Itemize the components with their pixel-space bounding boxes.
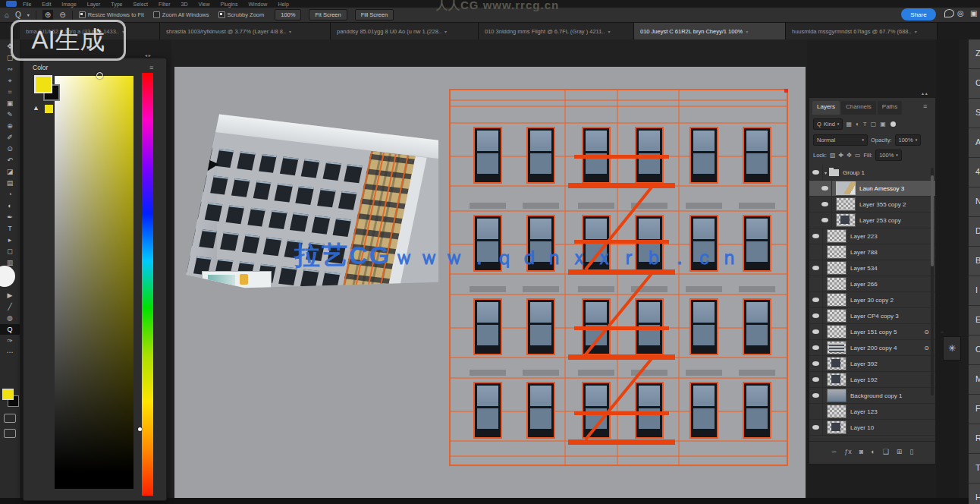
line-tool[interactable]: ╱ [0, 301, 20, 312]
collapsed-panel-cell-2[interactable]: S [969, 99, 980, 128]
layer-visibility-toggle[interactable] [818, 213, 832, 228]
filter-adjustment-icon[interactable]: ◐ [856, 121, 859, 128]
search-icon[interactable]: ◎ [957, 9, 964, 17]
layer-row[interactable]: Layer CP4 copy 3 [809, 308, 935, 324]
layer-row[interactable]: Layer 788 [809, 244, 935, 260]
layer-row[interactable]: Layer 534 [809, 260, 935, 276]
zoom-tool-preset-icon[interactable]: Q [15, 11, 21, 19]
layer-visibility-toggle[interactable] [809, 244, 823, 260]
menu-item-select[interactable]: Select [133, 2, 148, 7]
collapsed-panel-cell-13[interactable]: R [969, 424, 980, 454]
layer-row[interactable]: Layer 392 [809, 356, 935, 372]
layer-row[interactable]: Background copy 1 [809, 388, 935, 404]
collapsed-panel-icon[interactable]: ✳ [943, 336, 961, 361]
lock-pixels-icon[interactable]: ✚ [839, 152, 844, 159]
hue-slider-handle[interactable] [138, 427, 142, 431]
lock-transparency-icon[interactable]: ▨ [830, 152, 836, 159]
zoom-out-mode-icon[interactable]: ⊖ [59, 11, 65, 19]
menu-item-view[interactable]: View [199, 2, 210, 7]
document-tab-5[interactable]: huusmlda mssgyrmndst 67lags @ 67.7% (688… [786, 23, 938, 39]
frame-tool[interactable]: ▣ [0, 98, 20, 109]
layers-panel-tab-layers[interactable]: Layers [812, 101, 840, 115]
rectangle-tool[interactable]: ◻ [0, 246, 20, 257]
layer-visibility-toggle[interactable] [809, 165, 823, 180]
menu-item-edit[interactable]: Edit [42, 2, 51, 7]
menu-item-filter[interactable]: Filter [159, 2, 171, 7]
document-tab-2[interactable]: panddsy 85.01ygg 8 U0 Ao (u nw 1.(228..▾ [331, 23, 479, 39]
layer-row[interactable]: Layer 10 [809, 420, 935, 436]
layer-visibility-toggle[interactable] [818, 197, 832, 212]
workspace-icon[interactable]: ▣ [970, 9, 977, 17]
gamut-warning-icon[interactable]: ▲ [33, 104, 39, 112]
layer-visibility-toggle[interactable] [809, 372, 823, 387]
document-tab-4[interactable]: 010 Jueyst C 61R2L bryn Cheyy/1 100%▾ [634, 23, 786, 39]
clone-stamp-tool[interactable]: ⊙ [0, 143, 20, 154]
screen-mode-button[interactable] [4, 429, 16, 438]
collapsed-panel-cell-1[interactable]: C [969, 69, 980, 99]
menu-item-layer[interactable]: Layer [87, 2, 101, 7]
layer-row[interactable]: ▾Group 1 [809, 165, 935, 181]
layer-row[interactable]: Layer 223 [809, 228, 935, 244]
document-tab-1[interactable]: shrastla 1003/ryfklnvust @ 3.77% (Layer … [160, 23, 331, 39]
healing-brush-tool[interactable]: ⊕ [0, 121, 20, 131]
menu-item-file[interactable]: File [23, 2, 31, 7]
layers-panel-tab-channels[interactable]: Channels [841, 101, 876, 115]
options-button-1[interactable]: Fit Screen [309, 9, 347, 20]
zoom-in-mode-icon[interactable]: ⊕ [42, 10, 53, 20]
layers-panel-tab-paths[interactable]: Paths [878, 101, 902, 115]
path-selection-tool[interactable]: ▸ [0, 235, 20, 245]
panel-menu-icon[interactable]: ≡ [149, 64, 153, 71]
layer-visibility-toggle[interactable] [809, 420, 823, 435]
menu-item-window[interactable]: Window [249, 2, 268, 7]
filter-smartobject-icon[interactable]: ▣ [880, 121, 886, 128]
link-layers-icon[interactable]: ∽ [831, 448, 837, 455]
layer-row[interactable]: Layer 266 [809, 276, 935, 292]
layer-visibility-toggle[interactable] [809, 356, 823, 371]
collapsed-panel-cell-5[interactable]: N [969, 187, 980, 217]
layers-scrollbar[interactable] [931, 168, 934, 395]
panel-menu-icon[interactable]: ≡ [923, 102, 927, 110]
collapsed-panel-cell-15[interactable]: H [969, 484, 980, 504]
layer-visibility-toggle[interactable] [809, 388, 823, 403]
menu-item-3d[interactable]: 3D [181, 2, 188, 7]
zoom-tool[interactable]: Q [0, 324, 20, 335]
layer-visibility-toggle[interactable] [809, 276, 823, 291]
layer-visibility-toggle[interactable] [818, 181, 832, 196]
collapsed-panel-cell-7[interactable]: B [969, 247, 980, 276]
layer-row[interactable]: Layer 192 [809, 372, 935, 388]
edit-toolbar-button[interactable]: ⋯ [0, 347, 20, 358]
layer-mask-icon[interactable]: ◙ [859, 448, 863, 455]
filter-pixel-icon[interactable]: ▦ [846, 121, 852, 128]
smudge-tool[interactable]: ◍ [0, 313, 20, 323]
eyedropper-tool[interactable]: ✎ [0, 109, 20, 120]
color-picker-ring[interactable] [96, 72, 103, 79]
option-checkbox-2[interactable]: Scrubby Zoom [218, 11, 265, 18]
layer-visibility-toggle[interactable] [809, 340, 823, 355]
hue-slider[interactable] [142, 73, 153, 496]
collapsed-panel-cell-11[interactable]: M [969, 365, 980, 395]
option-checkbox-1[interactable]: Zoom All Windows [153, 11, 209, 18]
panel-collapse-icon[interactable]: ▴ ▴ [922, 90, 928, 96]
object-selection-tool[interactable]: ⌖ [0, 75, 20, 86]
opacity-dropdown[interactable]: 100%▾ [895, 134, 922, 146]
gamut-warning-swatch[interactable] [45, 105, 53, 113]
collapsed-panel-cell-4[interactable]: 4 [969, 158, 980, 187]
fill-dropdown[interactable]: 100%▾ [875, 150, 902, 161]
foreground-color-swatch[interactable] [34, 75, 52, 93]
menu-item-plugins[interactable]: Plugins [221, 2, 238, 7]
comment-icon[interactable] [944, 9, 954, 17]
collapsed-panel-cell-6[interactable]: D [969, 217, 980, 247]
collapsed-panel-cell-10[interactable]: O [969, 335, 980, 365]
dodge-tool[interactable]: ◐ [0, 200, 20, 211]
menu-item-type[interactable]: Type [111, 2, 122, 7]
quick-mask-button[interactable] [4, 414, 16, 423]
app-logo[interactable] [6, 1, 17, 7]
layer-row[interactable]: Layer 253 copy [809, 213, 935, 228]
filter-type-icon[interactable]: T [863, 121, 867, 128]
layer-visibility-toggle[interactable] [809, 228, 823, 244]
type-tool[interactable]: T [0, 223, 20, 234]
lock-position-icon[interactable]: ✥ [847, 152, 852, 159]
gradient-tool[interactable]: ▤ [0, 178, 20, 188]
options-button-0[interactable]: 100% [275, 9, 301, 20]
layer-visibility-toggle[interactable] [809, 260, 823, 276]
